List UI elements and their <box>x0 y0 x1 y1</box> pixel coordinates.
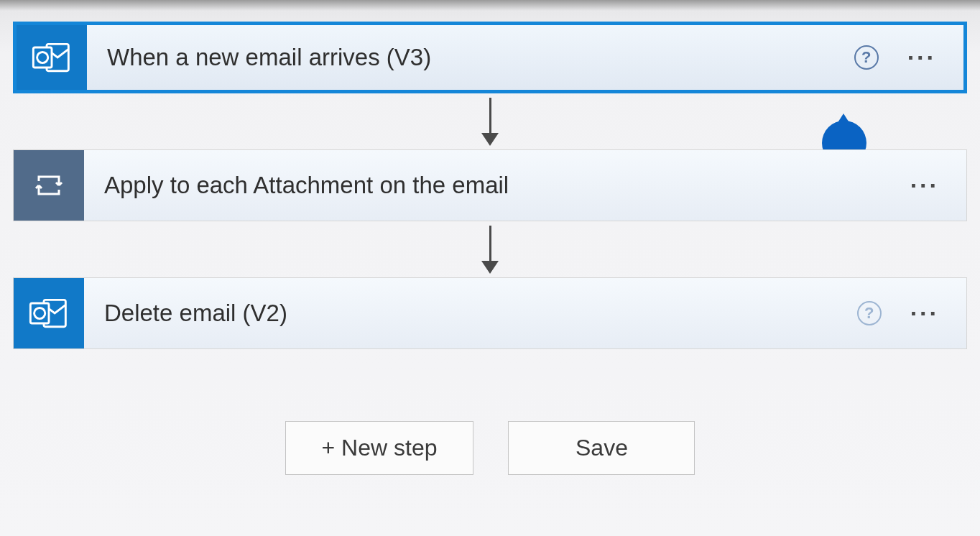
more-menu-icon[interactable]: ··· <box>910 173 939 198</box>
help-icon[interactable]: ? <box>857 301 882 325</box>
flow-action-buttons: + New step Save <box>285 421 695 475</box>
flow-arrow-connector <box>481 221 499 277</box>
flow-designer-canvas: When a new email arrives (V3) ? ··· Appl… <box>13 22 967 475</box>
insert-step-handle-tip <box>833 114 854 129</box>
loop-control-icon <box>14 150 84 221</box>
flow-arrow-connector <box>481 93 499 149</box>
step-actions: ··· <box>910 173 966 198</box>
more-menu-icon[interactable]: ··· <box>907 45 936 70</box>
trigger-card-email-arrives[interactable]: When a new email arrives (V3) ? ··· <box>13 22 967 93</box>
step-title: Apply to each Attachment on the email <box>84 172 910 199</box>
new-step-button[interactable]: + New step <box>285 421 474 475</box>
save-button[interactable]: Save <box>508 421 695 475</box>
step-title: Delete email (V2) <box>84 300 857 327</box>
help-glyph: ? <box>861 48 871 67</box>
outlook-connector-icon <box>14 278 84 348</box>
step-actions: ? ··· <box>854 45 963 70</box>
more-menu-icon[interactable]: ··· <box>910 301 939 325</box>
outlook-connector-icon <box>17 25 87 90</box>
help-glyph: ? <box>864 304 874 323</box>
action-card-delete-email[interactable]: Delete email (V2) ? ··· <box>13 277 967 349</box>
step-actions: ? ··· <box>857 301 966 325</box>
action-card-apply-to-each[interactable]: Apply to each Attachment on the email ··… <box>13 149 967 221</box>
help-icon[interactable]: ? <box>854 45 879 70</box>
step-title: When a new email arrives (V3) <box>87 44 854 71</box>
